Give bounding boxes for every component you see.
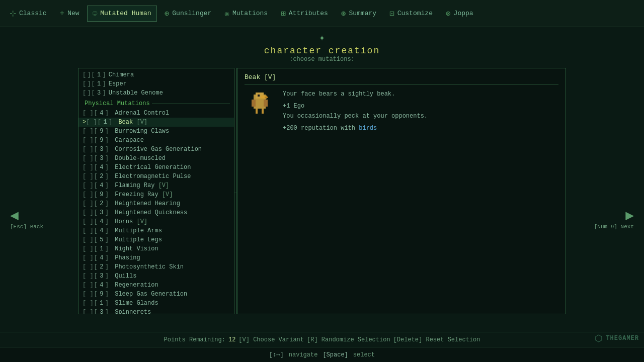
- list-item-multiple-arms[interactable]: [ ] [4] Multiple Arms: [78, 226, 234, 235]
- nav-summary-label: Summary: [349, 10, 376, 17]
- joppa-icon: ⊗: [446, 9, 451, 19]
- bottom-nav-bar: [↕↔] navigate [Space] select: [0, 347, 644, 362]
- nav-gunslinger[interactable]: ⊕ Gunslinger: [159, 5, 217, 22]
- mutation-list: [ ] [ 1 ] Chimera [ ] [ 1 ] Esper: [78, 68, 234, 314]
- nav-mutated-human-label: Mutated Human: [100, 10, 151, 17]
- list-item-electrical-generation[interactable]: [ ] [4] Electrical Generation: [78, 163, 234, 172]
- watermark: ⬡ THEGAMER: [595, 333, 639, 344]
- classic-icon: ⊹: [10, 9, 16, 19]
- detail-description: Your face bears a sightly beak.: [283, 89, 558, 99]
- back-key: [Esc]: [10, 224, 27, 230]
- detail-body: Your face bears a sightly beak. +1 Ego Y…: [245, 89, 558, 132]
- list-item-unstable-genome[interactable]: [ ] [ 3 ] Unstable Genome: [78, 88, 234, 98]
- list-item-slime-glands[interactable]: [ ] [1] Slime Glands: [78, 299, 234, 308]
- nav-mutations-label: Mutations: [232, 10, 268, 17]
- nav-mutated-human[interactable]: ☺ Mutated Human: [87, 6, 157, 22]
- next-key: [Num 9]: [594, 224, 617, 230]
- list-item-heightened-quickness[interactable]: [ ] [3] Heightened Quickness: [78, 208, 234, 217]
- back-label: Back: [30, 224, 43, 230]
- svg-rect-4: [258, 95, 260, 97]
- section-header-label: Physical Mutations: [85, 100, 150, 107]
- navigate-label: navigate: [289, 351, 318, 358]
- list-item-corrosive-gas[interactable]: [ ] [3] Corrosive Gas Generation: [78, 145, 234, 154]
- watermark-icon: ⬡: [595, 333, 603, 344]
- detail-effect: You occasionally peck at your opponents.: [283, 112, 558, 121]
- list-item-double-muscled[interactable]: [ ] [3] Double-muscled: [78, 154, 234, 163]
- nav-customize[interactable]: ⊡ Customize: [384, 5, 438, 22]
- back-arrow[interactable]: ◀ [Esc] Back: [10, 207, 43, 230]
- physical-mutations-header: Physical Mutations: [78, 99, 234, 109]
- nav-classic[interactable]: ⊹ Classic: [4, 5, 52, 22]
- nav-attributes-label: Attributes: [289, 10, 328, 17]
- reputation-text: +200 reputation with: [283, 125, 355, 132]
- title-icon: ✦: [0, 31, 644, 44]
- nav-summary[interactable]: ⊛ Summary: [336, 5, 382, 22]
- nav-customize-label: Customize: [397, 10, 433, 17]
- list-item-carapace[interactable]: [ ] [9] Carapace: [78, 136, 234, 145]
- list-item-adrenal-control[interactable]: [ ] [4] Adrenal Control: [78, 109, 234, 118]
- detail-stat: +1 Ego: [283, 103, 558, 110]
- top-navigation: ⊹ Classic + New ☺ Mutated Human ⊕ Gunsli…: [0, 0, 644, 27]
- list-item-regeneration[interactable]: [ ] [4] Regeneration: [78, 281, 234, 290]
- list-item-sleep-gas[interactable]: [ ] [9] Sleep Gas Generation: [78, 290, 234, 299]
- svg-rect-7: [256, 109, 258, 114]
- nav-classic-label: Classic: [19, 10, 47, 17]
- detail-title: Beak [V]: [245, 73, 276, 81]
- reputation-faction: birds: [359, 125, 377, 132]
- list-item-phasing[interactable]: [ ] [4] Phasing: [78, 253, 234, 262]
- next-arrow[interactable]: ▶ [Num 9] Next: [594, 207, 634, 230]
- new-icon: +: [60, 9, 65, 18]
- title-area: ✦ character creation :choose mutations:: [0, 27, 644, 63]
- detail-header: Beak [V]: [245, 73, 558, 84]
- nav-new-label: New: [67, 10, 79, 17]
- svg-rect-8: [262, 109, 264, 114]
- customize-icon: ⊡: [389, 9, 394, 19]
- select-key: [Space]: [323, 351, 348, 358]
- list-item-esper[interactable]: [ ] [ 1 ] Esper: [78, 79, 234, 88]
- list-item-freezing-ray[interactable]: [ ] [9] Freezing Ray [V]: [78, 190, 234, 199]
- list-item-photosynthetic-skin[interactable]: [ ] [2] Photosynthetic Skin: [78, 262, 234, 272]
- mutated-human-icon: ☺: [93, 9, 98, 18]
- nav-joppa-label: Joppa: [454, 10, 473, 17]
- main-area: ◀ [Esc] Back ▶ [Num 9] Next ✦ character …: [0, 27, 644, 362]
- detail-text-area: Your face bears a sightly beak. +1 Ego Y…: [283, 89, 558, 132]
- list-item-multiple-legs[interactable]: [ ] [5] Multiple Legs: [78, 235, 234, 244]
- panels-container: [ ] [ 1 ] Chimera [ ] [ 1 ] Esper: [78, 68, 566, 314]
- beak-icon-area: [245, 89, 275, 120]
- watermark-text: THEGAMER: [606, 335, 639, 342]
- summary-icon: ⊛: [341, 9, 346, 19]
- next-label: Next: [621, 224, 634, 230]
- attributes-icon: ⊞: [281, 9, 286, 19]
- nav-attributes[interactable]: ⊞ Attributes: [275, 5, 334, 22]
- r-label: [R] Randomize Selection: [307, 336, 390, 343]
- detail-reputation: +200 reputation with birds: [283, 125, 558, 132]
- points-value: 12: [228, 336, 235, 343]
- svg-rect-6: [264, 100, 268, 107]
- mutation-list-panel: [ ] [ 1 ] Chimera [ ] [ 1 ] Esper: [78, 68, 234, 314]
- list-item-heightened-hearing[interactable]: [ ] [2] Heightened Hearing: [78, 199, 234, 208]
- svg-rect-3: [265, 97, 268, 98]
- nav-new[interactable]: + New: [54, 6, 85, 22]
- section-divider: [152, 104, 230, 104]
- list-item-chimera[interactable]: [ ] [ 1 ] Chimera: [78, 70, 234, 79]
- status-bar: Points Remaining: 12 [V] Choose Variant …: [0, 332, 644, 347]
- mutations-icon: ❋: [224, 9, 229, 19]
- gunslinger-icon: ⊕: [165, 9, 170, 19]
- nav-gunslinger-label: Gunslinger: [172, 10, 211, 17]
- page-title: character creation: [0, 46, 644, 56]
- nav-joppa[interactable]: ⊗ Joppa: [440, 5, 479, 22]
- list-item-beak[interactable]: > [ ] [1] Beak [V]: [78, 118, 234, 127]
- list-item-night-vision[interactable]: [ ] [1] Night Vision: [78, 244, 234, 253]
- list-item-quills[interactable]: [ ] [3] Quills: [78, 272, 234, 281]
- nav-mutations[interactable]: ❋ Mutations: [219, 5, 273, 22]
- list-item-burrowing-claws[interactable]: [ ] [9] Burrowing Claws: [78, 127, 234, 136]
- delete-label: [Delete] Reset Selection: [393, 336, 480, 343]
- list-item-flaming-ray[interactable]: [ ] [4] Flaming Ray [V]: [78, 181, 234, 190]
- v-label: [V] Choose Variant: [238, 336, 304, 343]
- list-item-spinnerets[interactable]: [ ] [3] Spinnerets: [78, 308, 234, 314]
- select-label: select: [353, 351, 375, 358]
- detail-stat-text: +1 Ego: [283, 103, 304, 110]
- list-item-horns[interactable]: [ ] [4] Horns [V]: [78, 217, 234, 226]
- points-label: Points Remaining:: [164, 336, 225, 343]
- list-item-electromagnetic-pulse[interactable]: [ ] [2] Electromagnetic Pulse: [78, 172, 234, 181]
